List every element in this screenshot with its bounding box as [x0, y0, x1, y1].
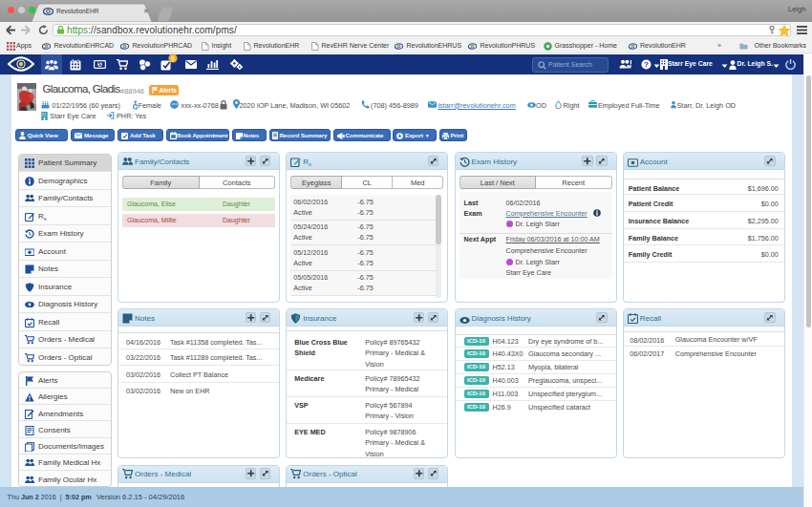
svg-text:?: ? [644, 60, 649, 69]
svg-text:$: $ [97, 61, 100, 67]
svg-text:9: 9 [171, 54, 175, 61]
